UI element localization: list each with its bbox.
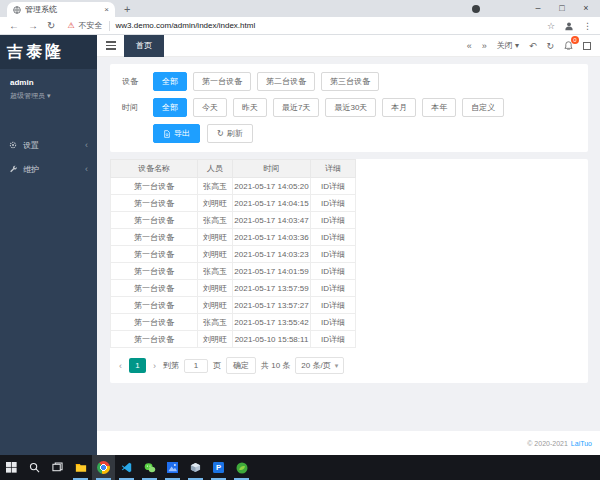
window-maximize-button[interactable]: □ (550, 0, 574, 17)
device-cell: 第一台设备 (111, 331, 198, 348)
next-page-icon[interactable]: › (151, 361, 158, 371)
page-jump-input[interactable] (184, 359, 208, 373)
detail-link[interactable]: ID详细 (311, 280, 356, 297)
green-app-button[interactable] (230, 455, 253, 480)
sidebar-item-label: 维护 (23, 164, 39, 175)
hamburger-menu-icon[interactable] (106, 41, 116, 50)
device-filter-option-1[interactable]: 第一台设备 (193, 72, 251, 91)
sidebar-item-maintenance[interactable]: 维护 ‹ (0, 157, 97, 181)
detail-link[interactable]: ID详细 (311, 195, 356, 212)
detail-link[interactable]: ID详细 (311, 212, 356, 229)
time-filter-label: 时间 (122, 102, 153, 113)
new-tab-button[interactable]: + (124, 3, 130, 15)
time-filter-option-0[interactable]: 全部 (153, 98, 187, 117)
forward-icon[interactable]: → (28, 20, 38, 31)
copyright-text: © 2020-2021 (527, 440, 568, 447)
close-tabs-dropdown[interactable]: 关闭 ▾ (497, 40, 519, 51)
page-size-select[interactable]: 20 条/页 ▾ (295, 357, 344, 374)
time-filter-option-2[interactable]: 昨天 (233, 98, 267, 117)
col-person: 人员 (198, 160, 233, 178)
detail-link[interactable]: ID详细 (311, 297, 356, 314)
brand-link[interactable]: LaiTuo (571, 440, 592, 447)
prev-page-icon[interactable]: ‹ (117, 361, 124, 371)
undo-icon[interactable]: ↶ (529, 41, 537, 51)
gear-icon (9, 141, 17, 149)
user-role-dropdown[interactable]: 超级管理员 ▾ (10, 91, 87, 101)
confirm-page-button[interactable]: 确定 (226, 357, 256, 374)
time-filter-option-5[interactable]: 本月 (382, 98, 416, 117)
refresh-icon[interactable]: ↻ (546, 41, 554, 51)
photos-button[interactable] (161, 455, 184, 480)
time-filter-option-4[interactable]: 最近30天 (325, 98, 376, 117)
notification-badge: 0 (571, 36, 579, 44)
device-filter-group: 全部第一台设备第二台设备第三台设备 (153, 72, 379, 91)
start-button[interactable] (0, 455, 23, 480)
device-filter-option-3[interactable]: 第三台设备 (321, 72, 379, 91)
table-row: 第一台设备刘明旺2021-05-17 13:57:27ID详细 (111, 297, 356, 314)
browser-tab[interactable]: 管理系统 × (7, 2, 115, 17)
vscode-button[interactable] (115, 455, 138, 480)
device-cell: 第一台设备 (111, 229, 198, 246)
col-time: 时间 (233, 160, 311, 178)
time-cell: 2021-05-17 14:03:23 (233, 246, 311, 263)
device-filter-option-2[interactable]: 第二台设备 (257, 72, 315, 91)
detail-link[interactable]: ID详细 (311, 263, 356, 280)
browser-profile-dot-icon[interactable] (472, 5, 480, 13)
chrome-button[interactable] (92, 455, 115, 480)
fullscreen-icon[interactable] (583, 42, 591, 50)
scroll-tabs-left-icon[interactable]: « (467, 41, 472, 51)
time-filter-option-3[interactable]: 最近7天 (273, 98, 319, 117)
person-cell: 张高玉 (198, 212, 233, 229)
3d-viewer-button[interactable] (184, 455, 207, 480)
scroll-tabs-right-icon[interactable]: » (482, 41, 487, 51)
back-icon[interactable]: ← (9, 20, 19, 31)
records-table: 设备名称 人员 时间 详细 第一台设备张高玉2021-05-17 14:05:2… (110, 159, 356, 348)
p-app-button[interactable]: P (207, 455, 230, 480)
security-label: 不安全 (79, 20, 103, 31)
time-filter-option-7[interactable]: 自定义 (462, 98, 504, 117)
time-cell: 2021-05-17 14:03:47 (233, 212, 311, 229)
export-icon (163, 130, 171, 138)
time-filter-option-6[interactable]: 本年 (422, 98, 456, 117)
time-cell: 2021-05-17 13:57:59 (233, 280, 311, 297)
bookmark-star-icon[interactable]: ☆ (547, 21, 555, 31)
profile-icon[interactable] (564, 21, 574, 31)
tab-home[interactable]: 首页 (124, 35, 164, 57)
file-explorer-button[interactable] (69, 455, 92, 480)
window-close-button[interactable]: × (574, 0, 598, 17)
task-view-button[interactable] (46, 455, 69, 480)
time-cell: 2021-05-17 13:57:27 (233, 297, 311, 314)
col-detail: 详细 (311, 160, 356, 178)
device-filter-label: 设备 (122, 76, 153, 87)
browser-menu-icon[interactable]: ⋮ (583, 21, 592, 31)
notification-bell-icon[interactable]: 0 (564, 41, 573, 50)
vscode-icon (121, 462, 132, 473)
detail-link[interactable]: ID详细 (311, 331, 356, 348)
app-header: 首页 « » 关闭 ▾ ↶ ↻ 0 (97, 35, 600, 57)
tab-close-icon[interactable]: × (104, 5, 109, 14)
address-bar[interactable]: ⚠ 不安全 ww3.demo.com/admin/index/index.htm… (67, 20, 547, 31)
user-panel[interactable]: admin 超级管理员 ▾ (0, 69, 97, 103)
time-filter-option-1[interactable]: 今天 (193, 98, 227, 117)
device-filter-option-0[interactable]: 全部 (153, 72, 187, 91)
wechat-button[interactable] (138, 455, 161, 480)
device-cell: 第一台设备 (111, 314, 198, 331)
export-button[interactable]: 导出 (153, 124, 200, 143)
detail-link[interactable]: ID详细 (311, 246, 356, 263)
reload-icon[interactable]: ↻ (47, 20, 55, 31)
windows-taskbar: P (0, 455, 600, 480)
sidebar-item-settings[interactable]: 设置 ‹ (0, 133, 97, 157)
taskbar-search-button[interactable] (23, 455, 46, 480)
table-row: 第一台设备刘明旺2021-05-10 15:58:11ID详细 (111, 331, 356, 348)
current-page-button[interactable]: 1 (129, 358, 146, 373)
chrome-icon (97, 461, 110, 474)
device-cell: 第一台设备 (111, 263, 198, 280)
device-cell: 第一台设备 (111, 178, 198, 195)
table-row: 第一台设备张高玉2021-05-17 14:03:47ID详细 (111, 212, 356, 229)
photos-icon (167, 462, 178, 473)
window-minimize-button[interactable]: – (526, 0, 550, 17)
refresh-button[interactable]: ↻ 刷新 (207, 124, 253, 143)
detail-link[interactable]: ID详细 (311, 314, 356, 331)
detail-link[interactable]: ID详细 (311, 229, 356, 246)
detail-link[interactable]: ID详细 (311, 178, 356, 195)
